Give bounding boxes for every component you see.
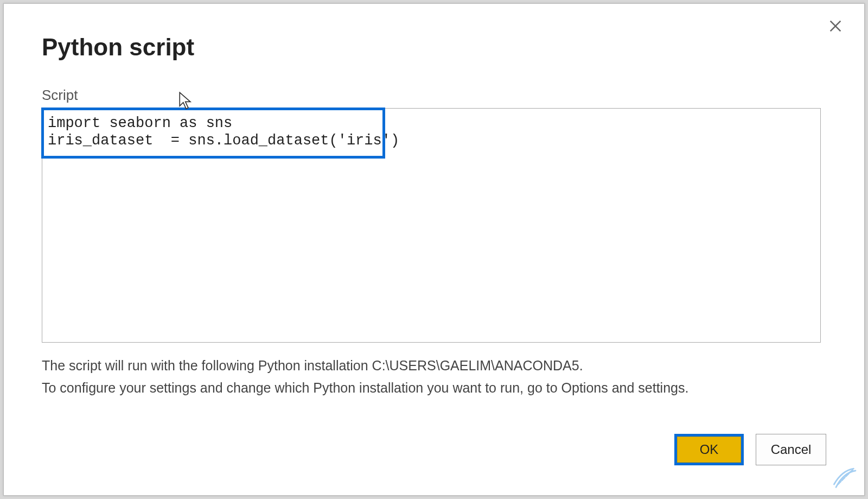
info-line-2: To configure your settings and change wh… [42,377,826,399]
dialog-button-row: OK Cancel [674,434,826,465]
close-icon [828,18,843,34]
svg-line-5 [850,470,852,473]
script-editor-container [42,108,821,343]
dialog-content: Python script Script The script will run… [4,4,864,416]
info-line-1: The script will run with the following P… [42,355,826,377]
annotation-highlight-ok: OK [674,434,744,465]
script-input[interactable] [42,109,820,342]
dialog-title: Python script [42,34,826,61]
cancel-button[interactable]: Cancel [756,434,826,465]
ok-button[interactable]: OK [677,437,741,463]
watermark-icon [831,468,860,491]
close-button[interactable] [826,17,845,35]
script-field-label: Script [42,87,826,104]
python-script-dialog: Python script Script The script will run… [3,3,865,496]
installation-info: The script will run with the following P… [42,355,826,400]
